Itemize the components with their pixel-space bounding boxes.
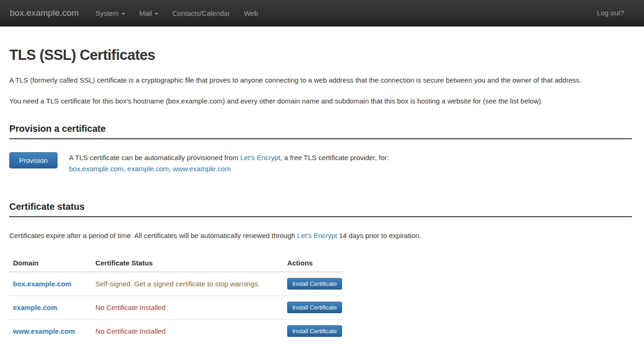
table-header-row: Domain Certificate Status Actions [9,255,346,272]
chevron-down-icon [122,13,125,15]
nav-item-web[interactable]: Web [237,1,265,26]
domain-link[interactable]: box.example.com [13,280,71,288]
column-header-certificate-status: Certificate Status [92,255,283,272]
provision-description: A TLS certificate can be automatically p… [69,152,389,174]
provision-button[interactable]: Provision [9,152,58,168]
table-row: example.comNo Certificate InstalledInsta… [9,296,346,320]
certificate-status-section: Certificate status Certificates expire a… [9,201,632,343]
lets-encrypt-link[interactable]: Let's Encrypt [297,232,337,239]
provision-domain-list: box.example.com, example.com, www.exampl… [69,163,389,174]
chevron-down-icon [155,13,158,15]
brand-link[interactable]: box.example.com [10,8,79,18]
provision-section: Provision a certificate Provision A TLS … [9,123,632,174]
nav-item-label: Web [244,9,258,17]
column-header-actions: Actions [283,255,346,272]
nav-item-contacts-calendar[interactable]: Contacts/Calendar [165,1,237,26]
domain-link[interactable]: www.example.com [13,327,75,335]
provision-domain-link[interactable]: box.example.com [69,165,124,173]
logout-link[interactable]: Log out? [590,0,631,25]
status-text-before: Certificates expire after a period of ti… [9,232,297,239]
certificate-table-body: box.example.comSelf-signed. Get a signed… [9,272,346,343]
provision-heading: Provision a certificate [9,123,632,139]
certificate-status-text: No Certificate Installed [96,327,166,335]
nav-item-system[interactable]: System [89,1,132,26]
intro-paragraph-2: You need a TLS certificate for this box'… [9,96,632,107]
nav-item-label: Mail [139,9,152,17]
domain-link[interactable]: example.com [13,303,57,311]
provision-domain-link[interactable]: www.example.com [173,165,231,173]
provision-text-after: , a free TLS certificate provider, for: [280,154,389,161]
install-certificate-button[interactable]: Install Certificate [287,278,342,290]
provision-domain-link[interactable]: example.com [128,165,169,173]
certificate-status-text: Self-signed. Get a signed certificate to… [96,280,260,288]
certificate-status-text: No Certificate Installed [96,303,166,311]
nav-item-label: Contacts/Calendar [172,9,230,17]
column-header-domain: Domain [9,255,92,272]
status-description: Certificates expire after a period of ti… [9,230,632,241]
nav-item-mail[interactable]: Mail [132,1,166,26]
provision-text-before: A TLS certificate can be automatically p… [69,154,240,161]
main-content: TLS (SSL) Certificates A TLS (formerly c… [0,47,644,343]
nav-menu: SystemMailContacts/CalendarWeb [89,1,265,26]
table-row: www.example.comNo Certificate InstalledI… [9,320,346,343]
intro-paragraph-1: A TLS (formerly called SSL) certificate … [9,75,632,86]
table-row: box.example.comSelf-signed. Get a signed… [9,272,346,296]
install-certificate-button[interactable]: Install Certificate [287,302,342,313]
nav-item-label: System [96,9,119,17]
status-text-after: 14 days prior to expiration. [337,232,421,239]
page-title: TLS (SSL) Certificates [9,47,632,64]
install-certificate-button[interactable]: Install Certificate [287,325,342,337]
lets-encrypt-link[interactable]: Let's Encrypt [240,154,280,161]
certificate-table: Domain Certificate Status Actions box.ex… [9,255,346,343]
certificate-status-heading: Certificate status [9,201,632,217]
top-navbar: box.example.com SystemMailContacts/Calen… [0,0,644,26]
